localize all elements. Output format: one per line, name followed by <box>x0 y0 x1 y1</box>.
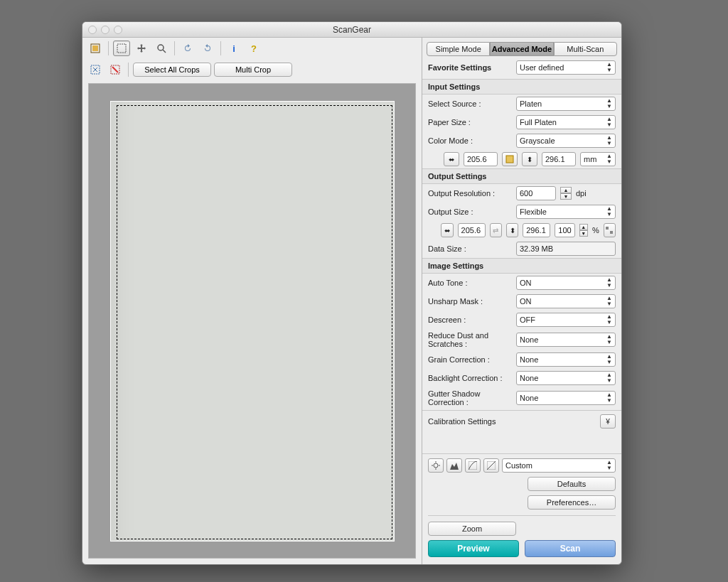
brightness-icon[interactable] <box>428 458 444 473</box>
height-icon: ⬍ <box>522 152 537 166</box>
zoom-tool-icon[interactable] <box>153 41 170 56</box>
move-tool-icon[interactable] <box>133 41 150 56</box>
unit-select[interactable]: mm▲▼ <box>580 152 616 166</box>
scanned-page <box>110 101 395 541</box>
svg-line-4 <box>163 50 166 53</box>
tab-simple[interactable]: Simple Mode <box>427 42 490 56</box>
unsharp-select[interactable]: ON▲▼ <box>516 294 616 308</box>
input-settings-header: Input Settings <box>422 79 621 95</box>
dust-label: Reduce Dust and Scratches : <box>428 331 512 348</box>
link-wh-icon[interactable] <box>502 152 518 166</box>
final-review-icon[interactable] <box>483 458 499 473</box>
info-icon[interactable]: i <box>225 41 242 56</box>
paper-size-label: Paper Size : <box>428 118 512 126</box>
output-resolution-field[interactable]: 600 <box>516 186 556 200</box>
main-toolbar: i ? <box>82 38 422 59</box>
svg-marker-16 <box>450 463 459 470</box>
svg-point-11 <box>434 463 438 468</box>
output-settings-header: Output Settings <box>422 168 621 184</box>
svg-rect-1 <box>92 45 98 51</box>
grain-label: Grain Correction : <box>428 355 512 364</box>
dust-select[interactable]: None▲▼ <box>516 333 616 347</box>
mode-tabs: Simple Mode Advanced Mode Multi-Scan <box>422 38 621 56</box>
paper-size-select[interactable]: Full Platen▲▼ <box>516 115 616 129</box>
titlebar: ScanGear <box>82 22 621 38</box>
auto-tone-select[interactable]: ON▲▼ <box>516 276 616 290</box>
grain-select[interactable]: None▲▼ <box>516 352 616 367</box>
help-icon[interactable]: ? <box>245 41 262 56</box>
color-mode-label: Color Mode : <box>428 136 512 145</box>
backlight-select[interactable]: None▲▼ <box>516 371 616 385</box>
select-source-label: Select Source : <box>428 99 512 108</box>
tone-curve-icon[interactable] <box>465 458 481 473</box>
preferences-button[interactable]: Preferences… <box>528 495 616 510</box>
input-height-field[interactable]: 296.1 <box>542 152 576 166</box>
select-source-select[interactable]: Platen▲▼ <box>516 97 616 111</box>
rotate-right-icon[interactable] <box>199 41 216 56</box>
app-window: ScanGear <box>82 21 622 565</box>
window-title: ScanGear <box>82 25 621 35</box>
flexible-size-icon[interactable] <box>604 223 616 237</box>
tab-advanced[interactable]: Advanced Mode <box>490 42 553 56</box>
crop-marquee[interactable] <box>117 105 392 539</box>
scale-stepper[interactable]: ▲▼ <box>579 224 588 237</box>
thumbnail-view-icon[interactable] <box>87 41 104 56</box>
left-pane: i ? Select All Crops Multi Crop <box>82 38 422 564</box>
unsharp-label: Unsharp Mask : <box>428 297 512 306</box>
settings-pane: Simple Mode Advanced Mode Multi-Scan Fav… <box>422 38 621 564</box>
svg-rect-9 <box>606 227 609 230</box>
multi-crop-button[interactable]: Multi Crop <box>214 63 292 77</box>
output-size-label: Output Size : <box>428 208 512 216</box>
svg-rect-2 <box>117 44 126 53</box>
scan-button[interactable]: Scan <box>525 540 616 557</box>
crop-toolbar: Select All Crops Multi Crop <box>82 59 422 80</box>
remove-crop-icon[interactable] <box>107 62 124 77</box>
color-mode-select[interactable]: Grayscale▲▼ <box>516 134 616 148</box>
gutter-label: Gutter Shadow Correction : <box>428 389 512 406</box>
zoom-button[interactable]: Zoom <box>428 522 516 536</box>
image-settings-header: Image Settings <box>422 258 621 274</box>
dpi-label: dpi <box>576 189 587 198</box>
favorite-settings-label: Favorite Settings <box>428 63 512 72</box>
output-height-field[interactable]: 296.1 <box>523 223 550 237</box>
backlight-label: Backlight Correction : <box>428 374 512 382</box>
adjust-preset-select[interactable]: Custom▲▼ <box>502 458 616 473</box>
defaults-button[interactable]: Defaults <box>528 477 616 491</box>
crop-tool-icon[interactable] <box>113 41 130 56</box>
width-icon: ⬌ <box>444 152 459 166</box>
output-width-field[interactable]: 205.6 <box>458 223 486 237</box>
gutter-select[interactable]: None▲▼ <box>516 391 616 405</box>
select-all-crops-button[interactable]: Select All Crops <box>133 63 211 77</box>
calibration-settings-label: Calibration Settings <box>428 417 596 426</box>
svg-rect-17 <box>469 461 477 470</box>
descreen-select[interactable]: OFF▲▼ <box>516 313 616 327</box>
percent-label: % <box>592 226 599 235</box>
auto-tone-label: Auto Tone : <box>428 279 512 287</box>
preview-area[interactable] <box>88 83 416 559</box>
data-size-value: 32.39 MB <box>516 242 616 256</box>
out-width-icon: ⬌ <box>441 223 453 237</box>
data-size-label: Data Size : <box>428 244 512 253</box>
auto-crop-icon[interactable] <box>87 62 104 77</box>
svg-rect-10 <box>610 231 613 234</box>
output-resolution-label: Output Resolution : <box>428 189 512 198</box>
descreen-label: Descreen : <box>428 316 512 324</box>
input-width-field[interactable]: 205.6 <box>464 152 498 166</box>
tab-multi[interactable]: Multi-Scan <box>554 42 617 56</box>
resolution-stepper[interactable]: ▲▼ <box>560 187 572 200</box>
rotate-left-icon[interactable] <box>179 41 196 56</box>
histogram-icon[interactable] <box>446 458 462 473</box>
lock-ratio-icon[interactable]: ⇄ <box>490 223 502 237</box>
preview-button[interactable]: Preview <box>428 540 519 557</box>
favorite-settings-select[interactable]: User defined▲▼ <box>516 60 616 75</box>
svg-line-7 <box>112 67 118 72</box>
calibration-expand-icon[interactable]: ¥ <box>600 414 616 429</box>
out-height-icon: ⬍ <box>506 223 518 237</box>
svg-point-3 <box>158 45 164 50</box>
output-size-select[interactable]: Flexible▲▼ <box>516 205 616 219</box>
output-scale-field[interactable]: 100 <box>555 223 574 237</box>
svg-rect-8 <box>506 156 513 163</box>
